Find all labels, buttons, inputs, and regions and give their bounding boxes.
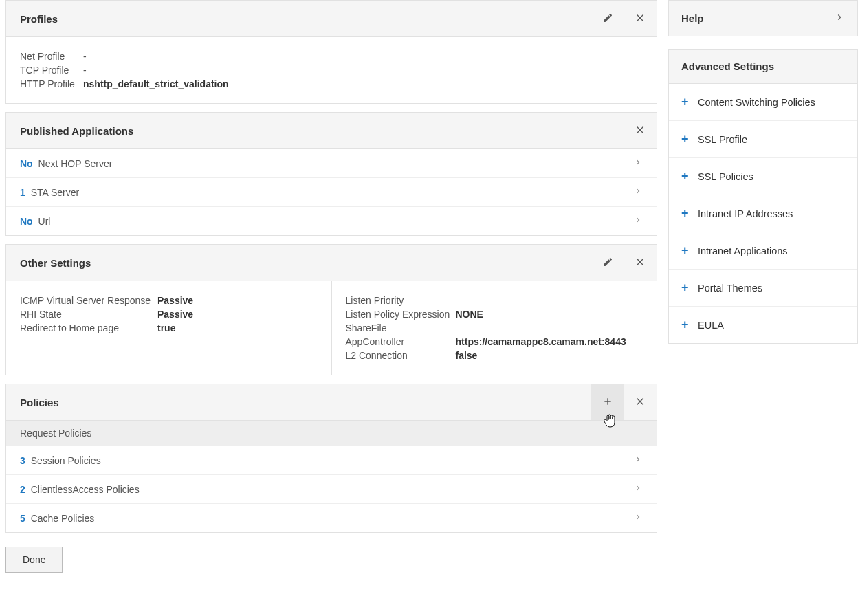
row-label: Session Policies (31, 455, 101, 466)
plus-icon: + (681, 280, 698, 295)
appcontroller-value: https://camamappc8.camam.net:8443 (456, 336, 626, 347)
adv-item-label: SSL Profile (698, 134, 747, 145)
profiles-close-button[interactable] (624, 1, 657, 36)
adv-item-label: Intranet Applications (698, 245, 788, 256)
advanced-settings-title: Advanced Settings (669, 50, 857, 84)
adv-item-portal-themes[interactable]: +Portal Themes (669, 270, 857, 307)
rhi-state-label: RHI State (20, 309, 157, 320)
policies-row[interactable]: 3 Session Policies (6, 446, 657, 474)
tcp-profile-value: - (83, 65, 87, 76)
chevron-right-icon (633, 512, 643, 524)
adv-item-label: EULA (698, 320, 724, 331)
l2-connection-label: L2 Connection (346, 350, 456, 361)
advanced-settings-panel: Advanced Settings +Content Switching Pol… (668, 49, 858, 344)
listen-priority-label: Listen Priority (346, 295, 456, 306)
adv-item-label: Content Switching Policies (698, 97, 815, 108)
row-count: No (20, 216, 33, 227)
row-count: 1 (20, 187, 25, 198)
adv-item-ssl-policies[interactable]: +SSL Policies (669, 158, 857, 195)
chevron-right-icon (633, 186, 643, 198)
row-count: 3 (20, 455, 25, 466)
l2-connection-value: false (456, 350, 478, 361)
plus-icon: + (681, 318, 698, 332)
policies-panel: Policies Request Policies 3 Session Poli… (6, 384, 657, 533)
close-icon (635, 396, 646, 409)
published-apps-row[interactable]: 1 STA Server (6, 177, 657, 206)
adv-item-label: Intranet IP Addresses (698, 208, 793, 219)
adv-item-label: SSL Policies (698, 171, 754, 182)
published-apps-title: Published Applications (6, 114, 624, 148)
chevron-right-icon (633, 157, 643, 169)
row-label: Url (38, 216, 51, 227)
http-profile-value: nshttp_default_strict_validation (83, 78, 229, 89)
pencil-icon (602, 256, 613, 270)
row-label: ClientlessAccess Policies (31, 484, 140, 495)
net-profile-value: - (83, 51, 87, 62)
policies-add-button[interactable] (591, 384, 624, 420)
adv-item-intranet-applications[interactable]: +Intranet Applications (669, 232, 857, 270)
close-icon (635, 256, 646, 270)
done-button[interactable]: Done (6, 547, 63, 573)
close-icon (635, 124, 646, 138)
rhi-state-value: Passive (157, 309, 193, 320)
chevron-right-icon (834, 12, 845, 25)
adv-item-content-switching-policies[interactable]: +Content Switching Policies (669, 84, 857, 121)
row-label: Cache Policies (31, 513, 95, 524)
row-label: Next HOP Server (38, 158, 113, 169)
row-count: No (20, 158, 33, 169)
row-label: STA Server (31, 187, 80, 198)
plus-icon: + (681, 95, 698, 109)
icmp-vsr-label: ICMP Virtual Server Response (20, 295, 157, 306)
plus-icon: + (681, 206, 698, 221)
chevron-right-icon (633, 483, 643, 495)
redirect-home-label: Redirect to Home page (20, 322, 157, 333)
plus-icon: + (681, 243, 698, 258)
other-settings-edit-button[interactable] (591, 245, 624, 280)
published-apps-row[interactable]: No Url (6, 206, 657, 235)
adv-item-ssl-profile[interactable]: +SSL Profile (669, 121, 857, 158)
chevron-right-icon (633, 454, 643, 466)
profiles-title: Profiles (6, 2, 591, 36)
policies-row[interactable]: 5 Cache Policies (6, 503, 657, 532)
plus-icon (602, 396, 613, 409)
published-apps-row[interactable]: No Next HOP Server (6, 149, 657, 177)
policies-row[interactable]: 2 ClientlessAccess Policies (6, 474, 657, 503)
policies-subheader: Request Policies (6, 421, 657, 446)
other-settings-close-button[interactable] (624, 245, 657, 280)
listen-policy-expr-value: NONE (456, 309, 483, 320)
redirect-home-value: true (157, 322, 175, 333)
close-icon (635, 12, 646, 25)
listen-policy-expr-label: Listen Policy Expression (346, 309, 456, 320)
other-settings-panel: Other Settings ICMP Virtual Server Respo… (6, 244, 657, 375)
adv-item-intranet-ip-addresses[interactable]: +Intranet IP Addresses (669, 195, 857, 232)
profiles-edit-button[interactable] (591, 1, 624, 36)
sharefile-label: ShareFile (346, 322, 456, 333)
policies-close-button[interactable] (624, 384, 657, 420)
icmp-vsr-value: Passive (157, 295, 193, 306)
profiles-panel: Profiles Net Profile- TCP Profile- HTTP … (6, 0, 657, 104)
plus-icon: + (681, 132, 698, 146)
policies-title: Policies (6, 386, 591, 419)
adv-item-label: Portal Themes (698, 283, 762, 294)
http-profile-label: HTTP Profile (20, 78, 83, 89)
published-apps-close-button[interactable] (624, 113, 657, 148)
row-count: 5 (20, 513, 25, 524)
row-count: 2 (20, 484, 25, 495)
tcp-profile-label: TCP Profile (20, 65, 83, 76)
pencil-icon (602, 12, 613, 25)
plus-icon: + (681, 169, 698, 184)
help-panel[interactable]: Help (668, 0, 858, 36)
help-title: Help (681, 12, 834, 24)
adv-item-eula[interactable]: +EULA (669, 307, 857, 343)
net-profile-label: Net Profile (20, 51, 83, 62)
other-settings-title: Other Settings (6, 246, 591, 280)
chevron-right-icon (633, 215, 643, 227)
published-apps-panel: Published Applications No Next HOP Serve… (6, 112, 657, 236)
appcontroller-label: AppController (346, 336, 456, 347)
